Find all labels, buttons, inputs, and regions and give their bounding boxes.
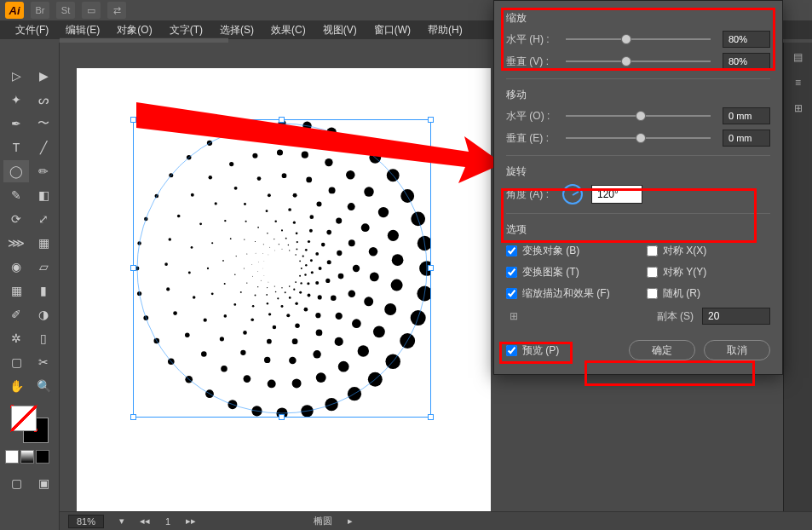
right-panel-strip: ▤ ≡ ⊞ xyxy=(783,43,812,511)
zoom-dropdown-icon[interactable]: ▾ xyxy=(119,516,124,527)
angle-dial[interactable] xyxy=(562,184,583,205)
eyedropper-tool[interactable]: ✐ xyxy=(3,303,29,325)
scale-vertical-row: 垂直 (V) : xyxy=(506,53,770,70)
shape-builder-tool[interactable]: ◉ xyxy=(3,256,29,278)
preview-checkbox[interactable]: 预览 (P) xyxy=(506,343,559,358)
opt-transform-object[interactable]: 变换对象 (B) xyxy=(506,244,630,258)
line-tool[interactable]: ╱ xyxy=(31,136,56,158)
move-v-slider[interactable] xyxy=(566,137,711,139)
zoom-input[interactable] xyxy=(68,515,104,528)
pen-tool[interactable]: ✒ xyxy=(3,112,29,135)
fill-color[interactable] xyxy=(11,406,37,431)
rotate-angle-row: 角度 (A) : xyxy=(506,184,770,205)
handle-s[interactable] xyxy=(279,414,285,420)
move-h-input[interactable] xyxy=(723,107,770,124)
symbol-tool[interactable]: ✲ xyxy=(3,327,29,349)
status-mode: 椭圆 xyxy=(314,515,332,527)
handle-e[interactable] xyxy=(428,265,434,271)
libraries-icon[interactable]: ⊞ xyxy=(786,97,810,119)
type-tool[interactable]: T xyxy=(3,136,29,158)
screen-mode-normal[interactable]: ▢ xyxy=(3,472,29,494)
opt-random[interactable]: 随机 (R) xyxy=(647,286,770,301)
handle-sw[interactable] xyxy=(130,414,136,420)
menu-type[interactable]: 文字(T) xyxy=(163,21,210,39)
blend-tool[interactable]: ◑ xyxy=(31,303,56,325)
handle-w[interactable] xyxy=(130,265,136,271)
color-mode-gradient[interactable] xyxy=(20,450,34,464)
menu-help[interactable]: 帮助(H) xyxy=(421,21,469,39)
app-logo: Ai xyxy=(5,2,24,19)
angle-label: 角度 (A) : xyxy=(506,187,554,202)
handle-ne[interactable] xyxy=(428,117,434,123)
transform-each-dialog: 缩放 水平 (H) : 垂直 (V) : 移动 水平 (O) : 垂直 (E) … xyxy=(493,0,783,375)
hand-tool[interactable]: ✋ xyxy=(3,375,29,397)
handle-nw[interactable] xyxy=(130,117,136,123)
perspective-tool[interactable]: ▱ xyxy=(31,256,56,278)
curvature-tool[interactable]: 〜 xyxy=(31,112,56,135)
free-transform-tool[interactable]: ▦ xyxy=(31,232,56,254)
eraser-tool[interactable]: ◧ xyxy=(31,184,56,206)
artboard-tool[interactable]: ▢ xyxy=(3,351,29,373)
arrange-icon[interactable]: ▭ xyxy=(82,2,101,19)
gradient-tool[interactable]: ▮ xyxy=(31,279,56,302)
shaper-tool[interactable]: ✎ xyxy=(3,184,29,206)
selection-tool[interactable]: ▷ xyxy=(3,65,29,87)
lasso-tool[interactable]: ᔕ xyxy=(31,89,56,111)
options-section-title: 选项 xyxy=(506,222,770,237)
fill-stroke-swatch[interactable] xyxy=(11,406,49,443)
cancel-button[interactable]: 取消 xyxy=(704,340,770,360)
zoom-tool[interactable]: 🔍 xyxy=(31,375,56,397)
screen-mode-full[interactable]: ▣ xyxy=(31,472,56,494)
mesh-tool[interactable]: ▦ xyxy=(3,279,29,302)
nav-prev-icon[interactable]: ◂◂ xyxy=(140,516,150,527)
scale-v-input[interactable] xyxy=(723,53,770,70)
stock-icon[interactable]: St xyxy=(56,2,75,19)
color-mode-none[interactable] xyxy=(36,450,49,464)
menu-select[interactable]: 选择(S) xyxy=(213,21,261,39)
opt-transform-pattern[interactable]: 变换图案 (T) xyxy=(506,265,630,279)
bridge-icon[interactable]: Br xyxy=(31,2,49,19)
properties-icon[interactable]: ▤ xyxy=(786,46,810,68)
handle-n[interactable] xyxy=(279,117,285,123)
menu-edit[interactable]: 编辑(E) xyxy=(59,21,107,39)
tools-panel: ▷ ▶ ✦ ᔕ ✒ 〜 T ╱ ◯ ✏ ✎ ◧ ⟳ ⤢ ⋙ ▦ ◉ ▱ ▦ ▮ … xyxy=(0,43,60,530)
layers-icon[interactable]: ≡ xyxy=(786,72,810,94)
scale-v-slider[interactable] xyxy=(566,60,711,62)
rotate-section-title: 旋转 xyxy=(506,164,770,179)
menu-window[interactable]: 窗口(W) xyxy=(367,21,418,39)
menu-effect[interactable]: 效果(C) xyxy=(264,21,313,39)
paintbrush-tool[interactable]: ✏ xyxy=(31,160,56,182)
move-h-slider[interactable] xyxy=(566,115,711,117)
magic-wand-tool[interactable]: ✦ xyxy=(3,89,29,111)
scale-h-slider[interactable] xyxy=(566,38,711,40)
scale-tool[interactable]: ⤢ xyxy=(31,208,56,230)
opt-scale-strokes[interactable]: 缩放描边和效果 (F) xyxy=(506,286,630,301)
opt-mirror-y[interactable]: 对称 Y(Y) xyxy=(647,265,770,279)
rotate-tool[interactable]: ⟳ xyxy=(3,208,29,230)
color-mode-color[interactable] xyxy=(5,450,19,464)
graph-tool[interactable]: ▯ xyxy=(31,327,56,349)
slice-tool[interactable]: ✂ xyxy=(31,351,56,373)
copies-input[interactable] xyxy=(702,308,770,325)
opt-mirror-x[interactable]: 对称 X(X) xyxy=(647,244,770,258)
handle-se[interactable] xyxy=(428,414,434,420)
nav-next-icon[interactable]: ▸▸ xyxy=(186,516,196,527)
width-tool[interactable]: ⋙ xyxy=(3,232,29,254)
color-mode-swatches xyxy=(0,448,59,465)
layout-icon[interactable]: ⇄ xyxy=(107,2,126,19)
move-vertical-row: 垂直 (E) : xyxy=(506,130,770,147)
menu-view[interactable]: 视图(V) xyxy=(316,21,364,39)
ellipse-tool[interactable]: ◯ xyxy=(3,160,29,182)
menu-file[interactable]: 文件(F) xyxy=(9,21,55,39)
status-dropdown-icon[interactable]: ▸ xyxy=(348,516,353,527)
anchor-point-icon[interactable]: ⊞ xyxy=(506,308,521,324)
menu-object[interactable]: 对象(O) xyxy=(110,21,158,39)
status-bar: ▾ ◂◂ 1 ▸▸ 椭圆 ▸ xyxy=(60,511,812,530)
dialog-footer: 预览 (P) 确定 取消 xyxy=(506,340,770,360)
scale-h-input[interactable] xyxy=(723,31,770,48)
angle-input[interactable] xyxy=(591,185,642,204)
ok-button[interactable]: 确定 xyxy=(629,340,695,360)
selection-bounds[interactable] xyxy=(133,119,431,418)
move-v-input[interactable] xyxy=(723,130,770,147)
direct-selection-tool[interactable]: ▶ xyxy=(31,65,56,87)
